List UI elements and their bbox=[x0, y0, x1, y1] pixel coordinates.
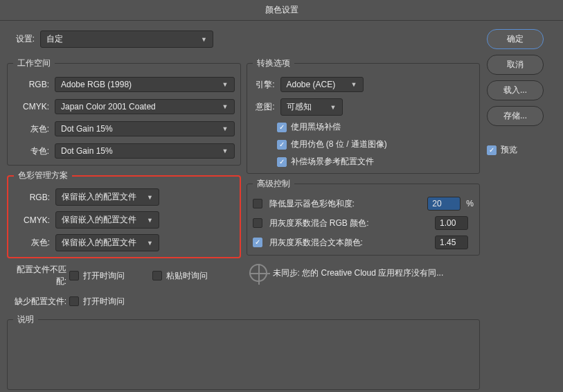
sync-icon bbox=[249, 264, 267, 282]
compensate-check[interactable]: 补偿场景参考配置文件 bbox=[277, 156, 374, 168]
checkbox-icon bbox=[69, 271, 79, 280]
chevron-down-icon: ▼ bbox=[222, 103, 229, 110]
mismatch-ask-paste[interactable]: 粘贴时询问 bbox=[152, 270, 208, 282]
save-button[interactable]: 存储... bbox=[487, 106, 544, 126]
ws-cmyk-label: CMYK: bbox=[13, 102, 55, 112]
checkbox-icon bbox=[277, 140, 287, 150]
dither-check[interactable]: 使用仿色 (8 位 / 通道图像) bbox=[277, 139, 387, 150]
ws-spot-label: 专色: bbox=[13, 145, 55, 157]
missing-ask-open[interactable]: 打开时询问 bbox=[69, 296, 125, 308]
blend-rgb-check[interactable] bbox=[253, 218, 262, 228]
pol-gray-label: 灰色: bbox=[14, 237, 55, 249]
advanced-group: 高级控制 降低显示器色彩饱和度: 20 % 用灰度系数混合 RGB 颜色: 1.… bbox=[247, 178, 481, 256]
pol-cmyk-select[interactable]: 保留嵌入的配置文件▼ bbox=[55, 211, 159, 229]
pol-rgb-select[interactable]: 保留嵌入的配置文件▼ bbox=[55, 188, 159, 206]
workspace-group: 工作空间 RGB:Adobe RGB (1998)▼ CMYK:Japan Co… bbox=[7, 57, 241, 166]
engine-select[interactable]: Adobe (ACE)▼ bbox=[280, 77, 364, 92]
policies-legend: 色彩管理方案 bbox=[14, 170, 72, 181]
ws-spot-select[interactable]: Dot Gain 15%▼ bbox=[55, 143, 235, 159]
workspace-legend: 工作空间 bbox=[13, 57, 55, 69]
ws-gray-label: 灰色: bbox=[13, 123, 55, 135]
blend-rgb-input[interactable]: 1.00 bbox=[435, 216, 468, 230]
conversion-group: 转换选项 引擎:Adobe (ACE)▼ 意图:可感知▼ 使用黑场补偿 使用仿色… bbox=[247, 57, 481, 174]
sync-message: 未同步: 您的 Creative Cloud 应用程序没有同... bbox=[273, 267, 444, 279]
missing-label: 缺少配置文件: bbox=[7, 296, 69, 308]
blend-text-check[interactable] bbox=[253, 238, 262, 247]
desat-label: 降低显示器色彩饱和度: bbox=[267, 198, 428, 210]
advanced-legend: 高级控制 bbox=[253, 178, 294, 190]
description-group: 说明 bbox=[7, 314, 480, 390]
checkbox-icon bbox=[277, 157, 287, 167]
mismatch-label: 配置文件不匹配: bbox=[7, 264, 69, 287]
load-button[interactable]: 载入... bbox=[487, 80, 544, 100]
chevron-down-icon: ▼ bbox=[147, 217, 153, 224]
intent-label: 意图: bbox=[253, 101, 280, 113]
cancel-button[interactable]: 取消 bbox=[487, 55, 544, 75]
ws-rgb-label: RGB: bbox=[13, 80, 55, 89]
pol-gray-select[interactable]: 保留嵌入的配置文件▼ bbox=[55, 234, 159, 251]
desat-check[interactable] bbox=[253, 199, 262, 208]
settings-select[interactable]: 自定 ▼ bbox=[40, 30, 213, 48]
blend-rgb-label: 用灰度系数混合 RGB 颜色: bbox=[267, 217, 436, 229]
mismatch-ask-open[interactable]: 打开时询问 bbox=[69, 270, 125, 282]
pol-rgb-label: RGB: bbox=[14, 193, 55, 202]
checkbox-icon bbox=[69, 296, 79, 306]
chevron-down-icon: ▼ bbox=[222, 81, 229, 88]
ws-cmyk-select[interactable]: Japan Color 2001 Coated▼ bbox=[55, 99, 235, 114]
checkbox-icon bbox=[277, 123, 287, 132]
settings-label: 设置: bbox=[12, 33, 35, 45]
policies-group: 色彩管理方案 RGB:保留嵌入的配置文件▼ CMYK:保留嵌入的配置文件▼ 灰色… bbox=[7, 170, 241, 258]
description-legend: 说明 bbox=[13, 314, 38, 326]
ws-rgb-select[interactable]: Adobe RGB (1998)▼ bbox=[55, 77, 235, 92]
desat-unit: % bbox=[466, 199, 474, 208]
pol-cmyk-label: CMYK: bbox=[14, 215, 55, 225]
chevron-down-icon: ▼ bbox=[147, 240, 153, 247]
settings-value: 自定 bbox=[46, 33, 63, 45]
chevron-down-icon: ▼ bbox=[330, 104, 337, 111]
checkbox-icon bbox=[152, 271, 162, 280]
sync-status: 未同步: 您的 Creative Cloud 应用程序没有同... bbox=[247, 260, 481, 285]
blend-text-label: 用灰度系数混合文本颜色: bbox=[267, 237, 436, 249]
conversion-legend: 转换选项 bbox=[253, 57, 294, 69]
ok-button[interactable]: 确定 bbox=[487, 29, 544, 49]
chevron-down-icon: ▼ bbox=[222, 125, 229, 132]
chevron-down-icon: ▼ bbox=[222, 148, 229, 154]
chevron-down-icon: ▼ bbox=[351, 81, 357, 88]
dialog-title: 颜色设置 bbox=[0, 0, 563, 21]
preview-check[interactable]: 预览 bbox=[487, 144, 517, 156]
desat-input[interactable]: 20 bbox=[427, 197, 461, 211]
chevron-down-icon: ▼ bbox=[147, 194, 153, 201]
engine-label: 引擎: bbox=[253, 79, 280, 91]
intent-select[interactable]: 可感知▼ bbox=[280, 98, 343, 116]
ws-gray-select[interactable]: Dot Gain 15%▼ bbox=[55, 121, 235, 136]
chevron-down-icon: ▼ bbox=[201, 36, 207, 43]
checkbox-icon bbox=[487, 145, 497, 155]
blackpoint-check[interactable]: 使用黑场补偿 bbox=[277, 121, 341, 133]
blend-text-input[interactable]: 1.45 bbox=[435, 235, 468, 249]
